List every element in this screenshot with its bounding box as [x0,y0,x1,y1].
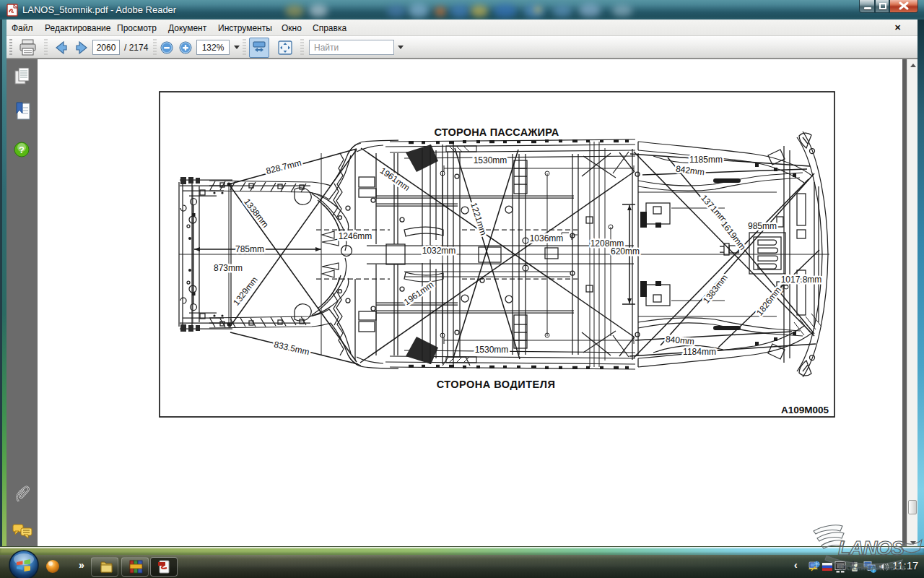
svg-text:СТОРОНА ВОДИТЕЛЯ: СТОРОНА ВОДИТЕЛЯ [437,379,556,390]
svg-text:UKRAINIAN CLUB: UKRAINIAN CLUB [839,564,907,571]
svg-text:СТОРОНА ПАССАЖИРА: СТОРОНА ПАССАЖИРА [435,126,559,138]
svg-text:?: ? [19,144,25,155]
svg-text:1530mm: 1530mm [474,155,507,165]
svg-text:620mm: 620mm [611,246,640,256]
svg-text:1032mm: 1032mm [422,246,456,256]
svg-text:1338mm: 1338mm [242,197,271,229]
svg-text:873mm: 873mm [214,263,243,273]
svg-text:1185mm: 1185mm [689,155,723,165]
svg-text:1619mm: 1619mm [719,219,748,251]
svg-text:LANOS: LANOS [838,537,905,559]
svg-text:1184mm: 1184mm [683,347,716,357]
svg-text:1530mm: 1530mm [475,345,509,355]
svg-text:833.5mm: 833.5mm [273,340,310,358]
svg-text:1246mm: 1246mm [339,231,372,241]
svg-text:A109M005: A109M005 [781,405,829,415]
svg-text:985mm: 985mm [748,221,777,231]
svg-text:840mm: 840mm [665,334,694,346]
svg-text:785mm: 785mm [235,244,264,254]
svg-text:828.7mm: 828.7mm [265,158,302,176]
svg-text:1221mm: 1221mm [468,202,489,237]
svg-text:1371mm: 1371mm [699,193,729,225]
svg-text:1017.8mm: 1017.8mm [781,275,822,285]
svg-text:1036mm: 1036mm [530,233,564,243]
svg-text:842mm: 842mm [675,164,705,178]
